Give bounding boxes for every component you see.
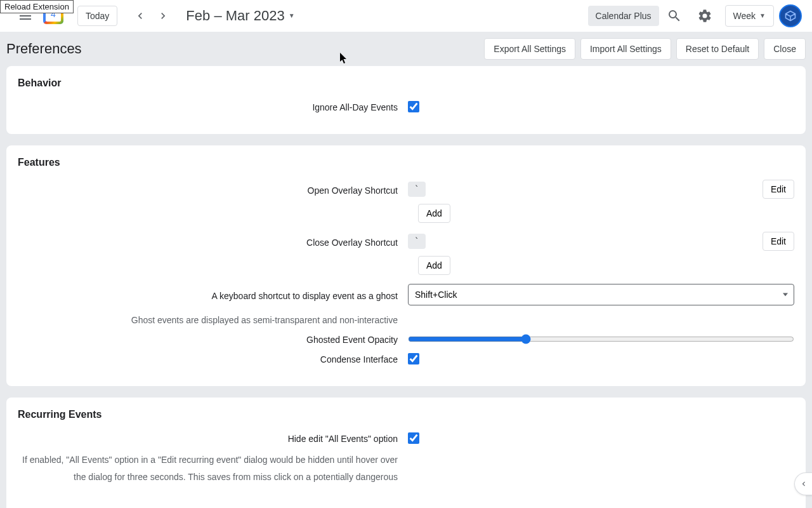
reset-default-button[interactable]: Reset to Default (676, 38, 759, 60)
condense-label: Condense Interface (18, 352, 408, 364)
reload-extension-button[interactable]: Reload Extension (0, 0, 74, 13)
settings-gear-icon[interactable] (692, 3, 717, 29)
expand-side-panel-button[interactable] (794, 472, 812, 495)
recurring-section: Recurring Events Hide edit "All Events" … (6, 398, 806, 508)
view-selector[interactable]: Week ▼ (725, 5, 774, 27)
open-overlay-label: Open Overlay Shortcut (18, 184, 408, 196)
hide-all-events-checkbox[interactable] (408, 432, 419, 444)
ghost-shortcut-label: A keyboard shortcut to display event as … (18, 289, 408, 301)
preferences-title: Preferences (6, 41, 82, 57)
add-open-overlay-button[interactable]: Add (418, 204, 450, 223)
section-title: Behavior (18, 77, 794, 89)
ignore-allday-label: Ignore All-Day Events (18, 100, 408, 112)
edit-open-overlay-button[interactable]: Edit (763, 180, 794, 199)
export-settings-button[interactable]: Export All Settings (484, 38, 575, 60)
edit-close-overlay-button[interactable]: Edit (763, 232, 794, 251)
user-avatar[interactable] (779, 4, 802, 27)
section-title: Recurring Events (18, 409, 794, 420)
features-section: Features Open Overlay Shortcut ` Edit Ad… (6, 145, 806, 386)
calendar-plus-button[interactable]: Calendar Plus (588, 6, 659, 26)
ignore-allday-checkbox[interactable] (408, 101, 419, 112)
behavior-section: Behavior Ignore All-Day Events (6, 66, 806, 134)
date-range-label: Feb – Mar 2023 (186, 8, 284, 24)
opacity-label: Ghosted Event Opacity (18, 333, 408, 345)
section-title: Features (18, 157, 794, 168)
import-settings-button[interactable]: Import All Settings (580, 38, 671, 60)
open-overlay-key: ` (408, 182, 426, 197)
prev-period-button[interactable] (130, 6, 150, 26)
today-button[interactable]: Today (77, 6, 117, 26)
dropdown-caret-icon: ▼ (759, 12, 766, 19)
hide-all-events-label: Hide edit "All Events" option (18, 432, 408, 444)
add-close-overlay-button[interactable]: Add (418, 256, 450, 275)
condense-checkbox[interactable] (408, 353, 419, 364)
preferences-header: Preferences Export All Settings Import A… (0, 32, 812, 66)
close-button[interactable]: Close (764, 38, 806, 60)
view-selector-label: Week (733, 11, 756, 21)
date-range-picker[interactable]: Feb – Mar 2023 ▼ (186, 8, 294, 24)
search-icon[interactable] (662, 3, 687, 29)
next-period-button[interactable] (153, 6, 173, 26)
close-overlay-key: ` (408, 234, 426, 249)
close-overlay-label: Close Overlay Shortcut (18, 236, 408, 248)
opacity-slider[interactable] (408, 334, 794, 344)
dropdown-caret-icon: ▼ (289, 12, 295, 19)
ghost-shortcut-select[interactable]: Shift+Click (408, 284, 794, 305)
top-bar: 4 Today Feb – Mar 2023 ▼ Calendar Plus W… (0, 0, 812, 32)
ghost-hint: Ghost events are displayed as semi-trans… (18, 313, 408, 325)
preferences-panel: Preferences Export All Settings Import A… (0, 32, 812, 508)
hide-all-events-description: If enabled, "All Events" option in a "Ed… (18, 451, 408, 485)
